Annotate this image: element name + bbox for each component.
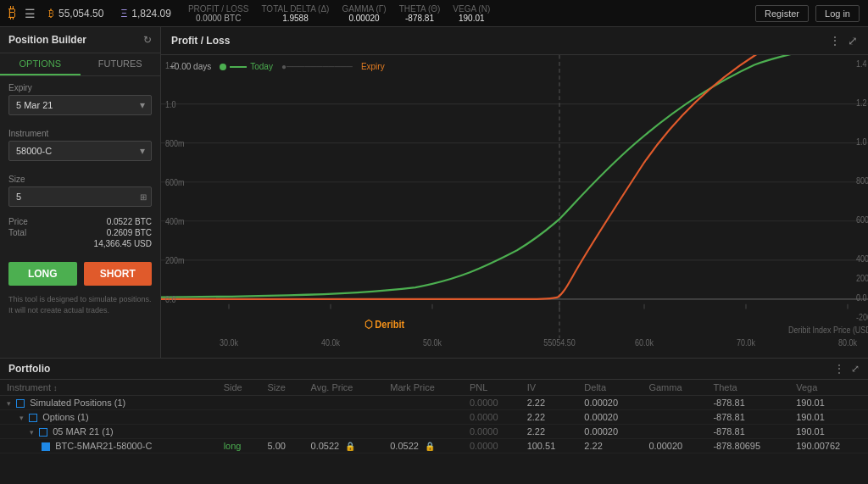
portfolio-expand-icon[interactable]: ⤢ (851, 363, 860, 375)
svg-text:200m: 200m (856, 274, 868, 284)
table-row: ▾ 05 MAR 21 (1) 0.0000 2.22 0.00020 -878… (0, 425, 868, 439)
tab-futures[interactable]: FUTURES (81, 53, 161, 75)
eth-price-item: Ξ 1,824.09 (120, 8, 171, 19)
vega-value: 190.01 (459, 14, 485, 23)
topbar: ₿ ☰ ₿ 55,054.50 Ξ 1,824.09 PROFIT / LOSS… (0, 0, 868, 27)
row2-delta: 0.00020 (577, 410, 642, 425)
row4-name[interactable]: BTC-5MAR21-58000-C (55, 441, 152, 451)
auth-buttons: Register Log in (755, 5, 860, 22)
instrument-wrapper: 58000-C (8, 141, 152, 161)
position-builder-header: Position Builder ↻ (0, 27, 160, 53)
row3-theta: -878.81 (706, 425, 789, 439)
gamma-item: GAMMA (Γ) 0.00020 (342, 4, 386, 23)
lock-icon2[interactable]: 🔒 (425, 442, 435, 451)
svg-text:800m: 800m (165, 139, 184, 149)
size-plus-icon[interactable]: ⊞ (140, 192, 147, 202)
size-input[interactable] (8, 186, 152, 207)
portfolio-table: Instrument ↕ Side Size Avg. Price Mark P… (0, 380, 868, 484)
table-row: BTC-5MAR21-58000-C long 5.00 0.0522 🔒 0.… (0, 439, 868, 453)
col-avg-price: Avg. Price (304, 380, 384, 396)
menu-icon[interactable]: ☰ (25, 7, 36, 20)
disclaimer: This tool is designed to simulate positi… (0, 291, 160, 319)
row4-pnl: 0.0000 (463, 439, 520, 453)
row3-mark-price (383, 425, 463, 439)
table-row: ▾ Options (1) 0.0000 2.22 0.00020 -878.8… (0, 410, 868, 425)
row2-pnl: 0.0000 (463, 410, 520, 425)
row2-instrument: ▾ Options (1) (0, 410, 217, 425)
svg-text:400m: 400m (856, 254, 868, 264)
size-wrapper: ⊞ (8, 186, 152, 207)
tab-options[interactable]: OPTIONS (0, 53, 81, 75)
row4-side: long (217, 439, 261, 453)
row3-delta: 0.00020 (577, 425, 642, 439)
chart-title: Profit / Loss (171, 35, 230, 47)
row3-gamma (642, 425, 706, 439)
instrument-select[interactable]: 58000-C (8, 141, 152, 161)
col-vega: Vega (789, 380, 868, 396)
col-mark-price: Mark Price (383, 380, 463, 396)
instrument-label: Instrument (8, 129, 152, 138)
refresh-icon[interactable]: ↻ (143, 34, 152, 46)
row2-vega: 190.01 (789, 410, 868, 425)
row4-size: 5.00 (261, 439, 304, 453)
row2-checkbox[interactable] (29, 414, 37, 422)
size-section: Size ⊞ (0, 168, 160, 214)
svg-text:1.2: 1.2 (856, 97, 866, 108)
bitcoin-icon: ₿ (8, 4, 16, 22)
expand-icon[interactable]: ▾ (7, 399, 11, 408)
svg-text:70.0k: 70.0k (737, 338, 755, 348)
row1-delta: 0.00020 (577, 396, 642, 410)
profit-loss-chart: 0.0 200m 400m 600m 800m 1.0 1.2 30.0k 40… (161, 55, 868, 358)
row1-name: Simulated Positions (1) (30, 398, 125, 408)
svg-text:1.4: 1.4 (856, 58, 867, 69)
col-pnl: PNL (463, 380, 520, 396)
row1-instrument: ▾ Simulated Positions (1) (0, 396, 217, 410)
instrument-section: Instrument 58000-C (0, 122, 160, 168)
svg-text:40.0k: 40.0k (321, 338, 340, 348)
short-button[interactable]: SHORT (84, 262, 153, 286)
price-info: Price 0.0522 BTC Total 0.2609 BTC 14,366… (0, 214, 160, 257)
vega-item: VEGA (N) 190.01 (453, 4, 490, 23)
row3-instrument: ▾ 05 MAR 21 (1) (0, 425, 217, 439)
btc-currency-icon: ₿ (48, 8, 54, 19)
long-button[interactable]: LONG (8, 262, 77, 286)
main-area: Position Builder ↻ OPTIONS FUTURES Expir… (0, 27, 868, 358)
total-usd-value: 14,366.45 USD (94, 239, 152, 248)
portfolio-more-icon[interactable]: ⋮ (834, 363, 844, 375)
chart-area: Profit / Loss ⋮ ⤢ +0.00 days Today ●────… (161, 27, 868, 358)
eth-price: 1,824.09 (131, 8, 171, 19)
row3-checkbox[interactable] (39, 428, 47, 437)
chart-header: Profit / Loss ⋮ ⤢ (161, 27, 868, 55)
chart-actions: ⋮ ⤢ (829, 34, 858, 47)
row4-gamma: 0.00020 (642, 439, 706, 453)
row2-name: Options (1) (42, 412, 88, 422)
svg-text:30.0k: 30.0k (220, 338, 238, 348)
row3-avg-price (304, 425, 384, 439)
more-options-icon[interactable]: ⋮ (829, 34, 841, 47)
col-theta: Theta (706, 380, 789, 396)
row1-theta: -878.81 (706, 396, 789, 410)
row3-vega: 190.01 (789, 425, 868, 439)
btc-price: 55,054.50 (58, 8, 103, 19)
col-instrument: Instrument ↕ (0, 380, 217, 396)
total-btc-value: 0.2609 BTC (107, 228, 152, 237)
profit-loss-item: PROFIT / LOSS 0.0000 BTC (188, 4, 249, 23)
greeks-bar: PROFIT / LOSS 0.0000 BTC TOTAL DELTA (Δ)… (188, 4, 755, 23)
total-delta-item: TOTAL DELTA (Δ) 1.9588 (261, 4, 329, 23)
login-button[interactable]: Log in (815, 5, 860, 22)
expand-icon[interactable]: ⤢ (848, 34, 858, 47)
row4-checkbox[interactable] (42, 442, 50, 451)
register-button[interactable]: Register (755, 5, 809, 22)
svg-text:50.0k: 50.0k (423, 338, 442, 348)
legend-separator: ●─────────── (281, 62, 353, 71)
expand-icon[interactable]: ▾ (30, 428, 34, 437)
total-label: Total (8, 228, 26, 237)
row1-gamma (642, 396, 706, 410)
row1-vega: 190.01 (789, 396, 868, 410)
expiry-select[interactable]: 5 Mar 21 (8, 95, 152, 115)
row3-iv: 2.22 (520, 425, 578, 439)
lock-icon[interactable]: 🔒 (345, 442, 355, 451)
row1-checkbox[interactable] (16, 399, 25, 408)
expand-icon[interactable]: ▾ (19, 414, 24, 422)
svg-text:80.0k: 80.0k (838, 338, 857, 348)
